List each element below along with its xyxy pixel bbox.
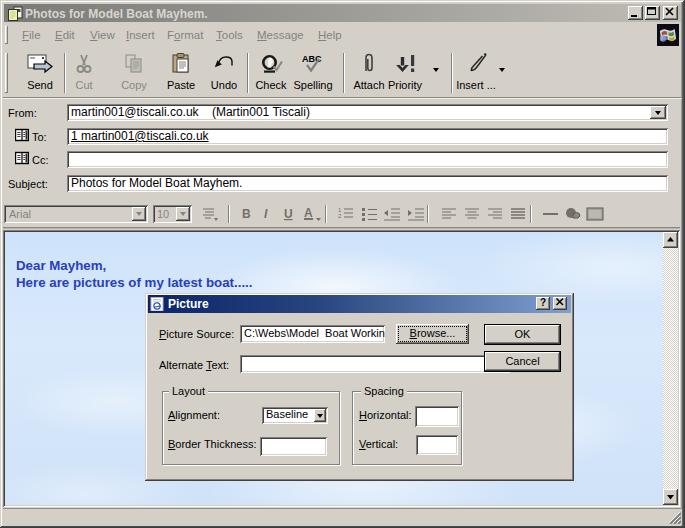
svg-text:2: 2 (338, 213, 342, 219)
svg-text:A: A (304, 206, 313, 220)
svg-text:I: I (264, 207, 268, 221)
svg-text:U: U (284, 207, 293, 221)
svg-text:B: B (242, 207, 251, 221)
